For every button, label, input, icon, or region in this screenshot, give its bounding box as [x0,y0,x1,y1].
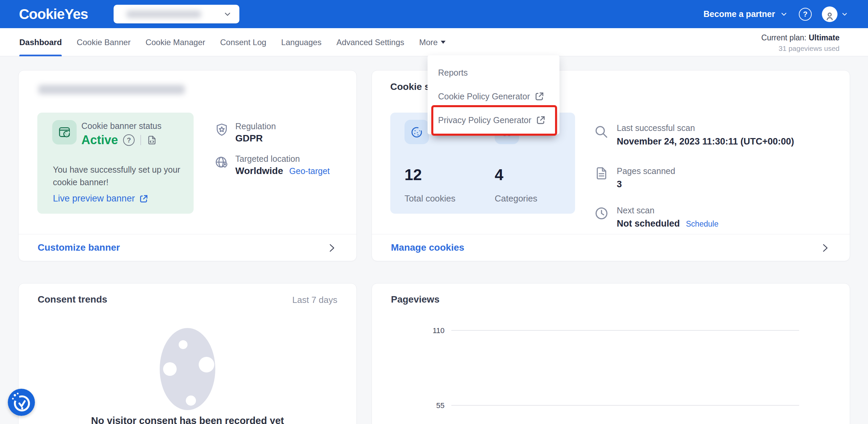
consent-trends-title: Consent trends [38,294,107,305]
banner-status-label: Cookie banner status [81,121,161,131]
last-scan-value: November 24, 2023 11:30:11 (UTC+00:00) [617,136,794,147]
manage-cookies-link[interactable]: Manage cookies [391,242,464,253]
plan-info: Current plan:Ultimate 31 pageviews used [761,28,840,56]
y-tick-55: 55 [414,401,445,410]
pages-scanned-label: Pages scanned [617,166,675,176]
categories-value: 4 [495,166,504,184]
chevron-right-icon[interactable] [819,242,831,254]
chevron-right-icon[interactable] [326,242,337,254]
customize-banner-link[interactable]: Customize banner [38,242,120,253]
total-cookies-label: Total cookies [405,193,455,204]
next-scan-label: Next scan [617,206,654,215]
tab-cookie-manager[interactable]: Cookie Manager [145,28,205,56]
consent-trends-card: Consent trends Last 7 days No visitor co… [18,283,357,424]
chevron-down-icon [223,10,232,19]
status-help-icon[interactable]: ? [123,134,135,146]
become-partner-menu[interactable]: Become a partner [704,9,788,19]
divider [140,135,141,145]
banner-status-panel: Cookie banner status Active ? You have s… [37,113,194,214]
geo-target-link[interactable]: Geo-target [289,166,330,176]
menu-item-reports[interactable]: Reports [438,68,468,78]
pageviews-title: Pageviews [391,294,439,305]
clock-icon [594,206,609,221]
banner-success-message: You have successfully set up your cookie… [53,163,189,189]
external-link-icon [139,194,149,204]
search-icon [594,124,609,140]
tab-languages[interactable]: Languages [281,28,321,56]
location-value: Worldwide Geo-target [235,166,330,176]
next-scan-value: Not scheduled Schedule [617,218,718,229]
shield-star-icon [214,122,230,138]
tab-cookie-banner[interactable]: Cookie Banner [77,28,131,56]
tab-more[interactable]: More [419,28,446,56]
external-link-icon [534,91,545,101]
become-partner-label: Become a partner [704,9,775,19]
globe-pin-icon [214,155,230,170]
banner-status-iconbox [52,120,77,144]
consent-empty-message: No visitor consent has been recorded yet [19,415,356,424]
schedule-link[interactable]: Schedule [686,219,718,229]
total-cookies-iconbox [405,120,429,144]
person-icon [824,11,835,22]
tab-advanced-settings[interactable]: Advanced Settings [336,28,404,56]
plan-label: Current plan: [761,33,806,42]
header-actions: Become a partner ? [704,0,848,28]
main-nav: Dashboard Cookie Banner Cookie Manager C… [0,28,868,56]
gridline-110 [451,330,799,331]
highlight-box [431,105,557,136]
regulation-value: GDPR [235,133,263,144]
redacted-card-title [38,85,185,94]
avatar[interactable] [822,6,837,22]
cookie-banner-card: Cookie banner status Active ? You have s… [18,70,357,261]
cookieyes-logo: CookieYes [19,0,88,28]
divider [19,234,356,234]
cookieyes-widget-button[interactable] [8,389,35,416]
help-button[interactable]: ? [799,8,812,21]
redacted-site-name [126,11,201,18]
account-chevron-icon[interactable] [841,11,848,18]
question-mark-icon: ? [803,10,807,19]
caret-down-icon [441,41,446,44]
document-icon [594,166,609,181]
cookieyes-logo-icon [8,389,35,416]
cookie-banner-icon [57,124,72,140]
cookie-icon [409,124,425,140]
site-selector-dropdown[interactable] [114,5,239,23]
location-label: Targeted location [235,154,300,164]
empty-state-cookie-illustration [159,327,216,412]
plan-value: Ultimate [809,33,840,42]
y-tick-110: 110 [414,326,445,335]
consent-range-label: Last 7 days [292,295,337,305]
gridline-55 [451,405,799,406]
top-header: CookieYes Become a partner ? [0,0,868,28]
chevron-down-icon [780,10,788,18]
regulation-label: Regulation [235,121,276,131]
install-code-icon[interactable] [146,135,157,146]
total-cookies-value: 12 [405,166,422,184]
live-preview-link[interactable]: Live preview banner [53,193,149,204]
last-scan-label: Last successful scan [617,123,695,133]
tab-dashboard[interactable]: Dashboard [19,28,62,56]
menu-item-cookie-policy-generator[interactable]: Cookie Policy Generator [438,91,545,101]
pageviews-card: Pageviews 110 55 [372,283,850,424]
divider [372,234,850,234]
banner-status-value: Active [81,133,118,147]
pages-scanned-value: 3 [617,179,622,190]
categories-label: Categories [495,193,537,204]
tab-consent-log[interactable]: Consent Log [220,28,266,56]
pageviews-used: 31 pageviews used [761,44,840,53]
